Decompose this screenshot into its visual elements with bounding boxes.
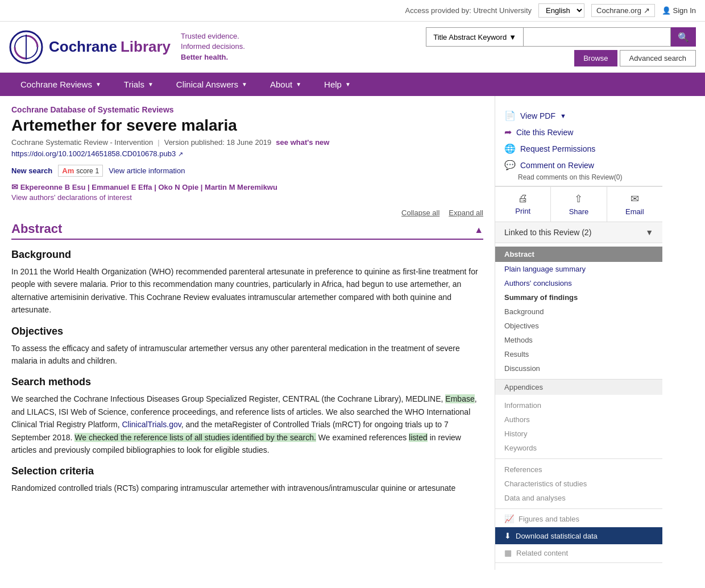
- figures-tables-item[interactable]: 📈 Figures and tables: [495, 510, 662, 527]
- selection-criteria-title: Selection criteria: [11, 465, 483, 477]
- content-area: Cochrane Database of Systematic Reviews …: [0, 96, 495, 570]
- cochrane-reviews-arrow-icon: ▼: [96, 81, 101, 87]
- info-item-history[interactable]: History: [495, 427, 662, 441]
- nav-item-about[interactable]: About ▼: [259, 73, 313, 96]
- toc-item-background[interactable]: Background: [495, 305, 662, 319]
- refs-item-data-analyses[interactable]: Data and analyses: [495, 491, 662, 505]
- declarations-link[interactable]: View authors' declarations of interest: [11, 193, 132, 202]
- nav-item-cochrane-reviews[interactable]: Cochrane Reviews ▼: [9, 73, 113, 96]
- am-score-badge: Am score 1: [58, 165, 103, 177]
- version-info: Cochrane Systematic Review - Interventio…: [11, 138, 483, 147]
- email-icon: ✉: [631, 193, 639, 205]
- authors-line: ✉ Ekpereonne B Esu | Emmanuel E Effa | O…: [11, 182, 483, 191]
- cochrane-org-link[interactable]: Cochrane.org ↗: [591, 4, 654, 17]
- objectives-text: To assess the efficacy and safety of int…: [11, 342, 483, 368]
- objectives-title: Objectives: [11, 326, 483, 337]
- appendices-section[interactable]: Appendices: [495, 380, 662, 395]
- cochrane-logo-icon: [9, 30, 43, 64]
- see-whats-new-link[interactable]: see what's new: [276, 138, 329, 147]
- search-input[interactable]: [523, 27, 671, 47]
- expand-all-link[interactable]: Expand all: [449, 208, 483, 217]
- db-label: Cochrane Database of Systematic Reviews: [11, 105, 483, 114]
- figures-section: 📈 Figures and tables ⬇ Download statisti…: [495, 509, 662, 563]
- sign-in-button[interactable]: 👤 Sign In: [662, 6, 696, 15]
- abstract-header: Abstract ▲: [11, 222, 483, 240]
- help-arrow-icon: ▼: [345, 81, 351, 87]
- download-icon: ⬇: [504, 531, 511, 540]
- related-icon: ▦: [504, 548, 512, 557]
- new-search-link[interactable]: New search: [11, 166, 52, 175]
- language-select[interactable]: English: [538, 3, 584, 18]
- email-button[interactable]: ✉ Email: [607, 187, 662, 222]
- print-icon: 🖨: [518, 193, 528, 205]
- comment-review-item[interactable]: 💬 Comment on Review: [504, 157, 653, 173]
- header: Cochrane Library Trusted evidence. Infor…: [0, 22, 705, 73]
- header-right: Title Abstract Keyword ▼ 🔍 Browse Advanc…: [245, 27, 696, 66]
- related-content-item[interactable]: ▦ Related content: [495, 544, 662, 561]
- view-pdf-item[interactable]: 📄 View PDF ▼: [504, 107, 653, 124]
- toc-item-discussion[interactable]: Discussion: [495, 361, 662, 376]
- print-share-email-row: 🖨 Print ⇧ Share ✉ Email: [495, 186, 662, 222]
- request-permissions-item[interactable]: 🌐 Request Permissions: [504, 140, 653, 157]
- share-button[interactable]: ⇧ Share: [551, 187, 607, 222]
- background-text: In 2011 the World Health Organization (W…: [11, 265, 483, 316]
- toc-header: Abstract: [495, 247, 662, 262]
- external-link-icon: ↗: [178, 151, 183, 157]
- linked-review-row[interactable]: Linked to this Review (2) ▼: [495, 222, 662, 243]
- selection-criteria-text: Randomized controlled trials (RCTs) comp…: [11, 482, 483, 494]
- nav-item-trials[interactable]: Trials ▼: [113, 73, 165, 96]
- refs-item-references[interactable]: References: [495, 462, 662, 477]
- access-text: Access provided by: Utrecht University: [405, 6, 532, 15]
- toc-item-results[interactable]: Results: [495, 347, 662, 361]
- new-search-row: New search Am score 1 View article infor…: [11, 165, 483, 177]
- comments-count-text: Read comments on this Review(0): [504, 173, 653, 181]
- cite-review-item[interactable]: ➦ Cite this Review: [504, 124, 653, 140]
- toc-item-summary-findings[interactable]: Summary of findings: [495, 290, 662, 305]
- about-arrow-icon: ▼: [296, 81, 301, 87]
- main-layout: Cochrane Database of Systematic Reviews …: [0, 96, 705, 570]
- pdf-icon: 📄: [504, 110, 516, 121]
- share-icon: ⇧: [574, 193, 583, 205]
- search-actions: Browse Advanced search: [574, 50, 696, 66]
- search-type-button[interactable]: Title Abstract Keyword ▼: [426, 27, 523, 47]
- advanced-search-button[interactable]: Advanced search: [620, 50, 696, 66]
- logo-text: Cochrane Library: [49, 38, 171, 56]
- collapse-all-link[interactable]: Collapse all: [401, 208, 439, 217]
- clinical-answers-arrow-icon: ▼: [242, 81, 247, 87]
- nav-item-help[interactable]: Help ▼: [313, 73, 362, 96]
- logo-area: Cochrane Library Trusted evidence. Infor…: [9, 30, 245, 64]
- info-item-authors[interactable]: Authors: [495, 412, 662, 427]
- collapse-expand-row: Collapse all Expand all: [11, 208, 483, 217]
- sidebar-actions: 📄 View PDF ▼ ➦ Cite this Review 🌐 Reques…: [495, 103, 662, 186]
- toc-item-methods[interactable]: Methods: [495, 333, 662, 347]
- abstract-title: Abstract: [11, 222, 62, 239]
- nav-item-clinical-answers[interactable]: Clinical Answers ▼: [165, 73, 259, 96]
- nav-bar: Cochrane Reviews ▼ Trials ▼ Clinical Ans…: [0, 73, 705, 96]
- logo-cochrane-text: Cochrane: [49, 38, 117, 56]
- browse-button[interactable]: Browse: [574, 50, 617, 66]
- print-button[interactable]: 🖨 Print: [495, 187, 551, 222]
- search-submit-button[interactable]: 🔍: [671, 27, 696, 47]
- search-methods-title: Search methods: [11, 376, 483, 388]
- doi-link[interactable]: https://doi.org/10.1002/14651858.CD01067…: [11, 149, 183, 158]
- linked-review-label: Linked to this Review (2): [504, 228, 591, 237]
- trials-arrow-icon: ▼: [148, 81, 154, 87]
- toc-section: Abstract Plain language summary Authors'…: [495, 243, 662, 380]
- toc-item-objectives[interactable]: Objectives: [495, 319, 662, 333]
- refs-item-characteristics[interactable]: Characteristics of studies: [495, 477, 662, 491]
- logo-tagline: Trusted evidence. Informed decisions. Be…: [181, 31, 245, 62]
- logo-library-text: Library: [121, 38, 171, 56]
- toc-item-plain-language[interactable]: Plain language summary: [495, 262, 662, 276]
- sidebar: 📄 View PDF ▼ ➦ Cite this Review 🌐 Reques…: [495, 96, 662, 570]
- background-title: Background: [11, 249, 483, 261]
- download-statistical-item[interactable]: ⬇ Download statistical data: [495, 527, 662, 544]
- figures-icon: 📈: [504, 514, 514, 523]
- info-item-information[interactable]: Information: [495, 398, 662, 412]
- comment-icon: 💬: [504, 160, 516, 170]
- abstract-collapse-icon[interactable]: ▲: [474, 225, 483, 235]
- view-article-link[interactable]: View article information: [109, 166, 185, 175]
- toc-item-authors-conclusions[interactable]: Authors' conclusions: [495, 276, 662, 290]
- info-item-keywords[interactable]: Keywords: [495, 441, 662, 455]
- permissions-icon: 🌐: [504, 143, 516, 154]
- abstract-section: Abstract ▲ Background In 2011 the World …: [11, 222, 483, 495]
